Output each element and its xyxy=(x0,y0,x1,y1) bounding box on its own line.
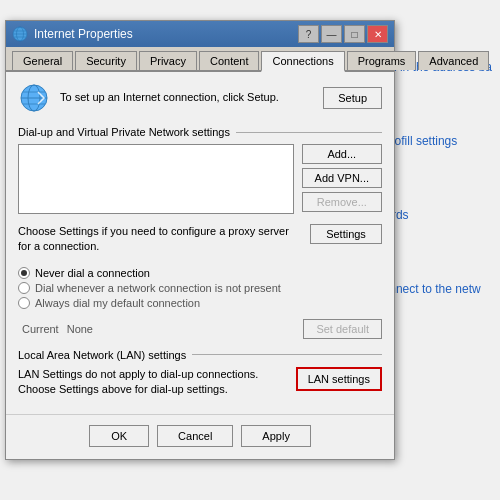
internet-properties-dialog: Internet Properties ? — □ ✕ General Secu… xyxy=(5,20,395,460)
tab-connections[interactable]: Connections xyxy=(261,51,344,72)
radio-group: Never dial a connection Dial whenever a … xyxy=(18,267,382,309)
radio-whenever[interactable]: Dial whenever a network connection is no… xyxy=(18,282,382,294)
title-bar-left: Internet Properties xyxy=(12,26,133,42)
lan-section: Local Area Network (LAN) settings LAN Se… xyxy=(18,349,382,398)
network-icon xyxy=(18,82,50,114)
settings-button[interactable]: Settings xyxy=(310,224,382,244)
setup-row: To set up an Internet connection, click … xyxy=(18,82,382,114)
proxy-text: Choose Settings if you need to configure… xyxy=(18,224,302,255)
current-label: Current xyxy=(22,323,59,335)
add-vpn-button[interactable]: Add VPN... xyxy=(302,168,382,188)
radio-whenever-input[interactable] xyxy=(18,282,30,294)
ok-button[interactable]: OK xyxy=(89,425,149,447)
cancel-button[interactable]: Cancel xyxy=(157,425,233,447)
dialog-title: Internet Properties xyxy=(34,27,133,41)
radio-never-label: Never dial a connection xyxy=(35,267,150,279)
radio-always-label: Always dial my default connection xyxy=(35,297,200,309)
tab-privacy[interactable]: Privacy xyxy=(139,51,197,70)
tab-advanced[interactable]: Advanced xyxy=(418,51,489,70)
vpn-list[interactable] xyxy=(18,144,294,214)
dialup-section-label: Dial-up and Virtual Private Network sett… xyxy=(18,126,382,138)
set-default-button[interactable]: Set default xyxy=(303,319,382,339)
apply-button[interactable]: Apply xyxy=(241,425,311,447)
dialog-overlay: Internet Properties ? — □ ✕ General Secu… xyxy=(0,0,500,500)
dialog-footer: OK Cancel Apply xyxy=(6,414,394,459)
remove-button[interactable]: Remove... xyxy=(302,192,382,212)
radio-always[interactable]: Always dial my default connection xyxy=(18,297,382,309)
lan-inner: LAN Settings do not apply to dial-up con… xyxy=(18,367,382,398)
minimize-button[interactable]: — xyxy=(321,25,342,43)
lan-section-label: Local Area Network (LAN) settings xyxy=(18,349,382,361)
current-value: None xyxy=(67,323,296,335)
radio-never[interactable]: Never dial a connection xyxy=(18,267,382,279)
add-button[interactable]: Add... xyxy=(302,144,382,164)
vpn-buttons: Add... Add VPN... Remove... xyxy=(302,144,382,214)
tab-general[interactable]: General xyxy=(12,51,73,70)
lan-settings-button[interactable]: LAN settings xyxy=(296,367,382,391)
dialog-content: To set up an Internet connection, click … xyxy=(6,72,394,408)
setup-text: To set up an Internet connection, click … xyxy=(60,90,313,105)
setup-button[interactable]: Setup xyxy=(323,87,382,109)
vpn-area: Add... Add VPN... Remove... xyxy=(18,144,382,214)
title-controls: ? — □ ✕ xyxy=(298,25,388,43)
close-button[interactable]: ✕ xyxy=(367,25,388,43)
dialog-icon xyxy=(12,26,28,42)
tab-security[interactable]: Security xyxy=(75,51,137,70)
title-bar: Internet Properties ? — □ ✕ xyxy=(6,21,394,47)
radio-never-input[interactable] xyxy=(18,267,30,279)
lan-text: LAN Settings do not apply to dial-up con… xyxy=(18,367,288,398)
default-row: Current None Set default xyxy=(18,319,382,339)
tab-content[interactable]: Content xyxy=(199,51,260,70)
proxy-section: Choose Settings if you need to configure… xyxy=(18,224,382,259)
radio-always-input[interactable] xyxy=(18,297,30,309)
tab-programs[interactable]: Programs xyxy=(347,51,417,70)
help-button[interactable]: ? xyxy=(298,25,319,43)
tab-bar: General Security Privacy Content Connect… xyxy=(6,47,394,72)
radio-whenever-label: Dial whenever a network connection is no… xyxy=(35,282,281,294)
maximize-button[interactable]: □ xyxy=(344,25,365,43)
